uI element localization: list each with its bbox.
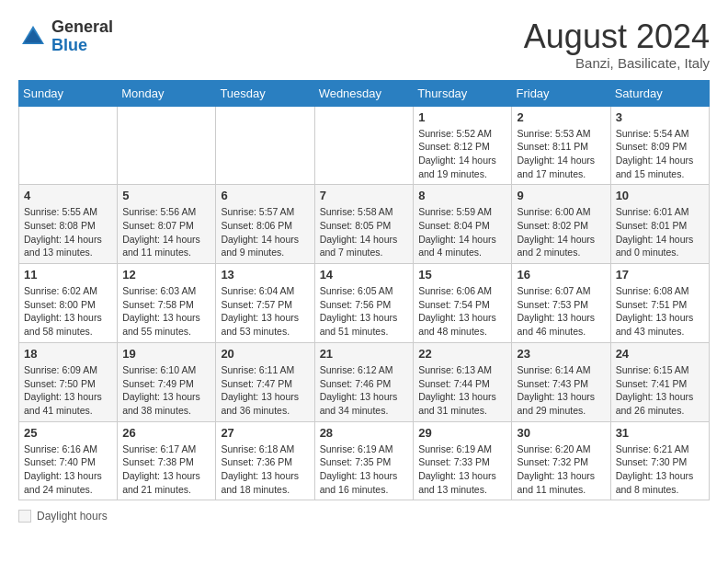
day-info: Sunrise: 6:02 AMSunset: 8:00 PMDaylight:…	[24, 284, 112, 339]
month-year: August 2024	[524, 18, 710, 55]
day-number: 2	[517, 110, 605, 124]
calendar-weekday-thursday: Thursday	[414, 80, 512, 106]
calendar-cell: 25Sunrise: 6:16 AMSunset: 7:40 PMDayligh…	[19, 421, 118, 500]
day-number: 11	[24, 268, 112, 282]
day-number: 30	[517, 426, 605, 440]
calendar-cell: 13Sunrise: 6:04 AMSunset: 7:57 PMDayligh…	[216, 264, 314, 343]
logo-blue: Blue	[51, 36, 87, 54]
calendar-cell: 26Sunrise: 6:17 AMSunset: 7:38 PMDayligh…	[118, 421, 216, 500]
calendar-weekday-sunday: Sunday	[19, 80, 118, 106]
day-info: Sunrise: 6:19 AMSunset: 7:35 PMDaylight:…	[320, 442, 409, 497]
day-number: 29	[418, 426, 506, 440]
day-info: Sunrise: 5:54 AMSunset: 8:09 PMDaylight:…	[616, 127, 704, 181]
calendar-weekday-friday: Friday	[512, 80, 610, 106]
day-info: Sunrise: 6:11 AMSunset: 7:47 PMDaylight:…	[221, 363, 309, 418]
day-number: 21	[320, 347, 409, 361]
calendar-cell: 10Sunrise: 6:01 AMSunset: 8:01 PMDayligh…	[610, 185, 709, 264]
day-info: Sunrise: 6:20 AMSunset: 7:32 PMDaylight:…	[517, 442, 605, 497]
calendar-cell: 5Sunrise: 5:56 AMSunset: 8:07 PMDaylight…	[118, 185, 216, 264]
day-number: 20	[221, 347, 309, 361]
calendar-cell: 24Sunrise: 6:15 AMSunset: 7:41 PMDayligh…	[610, 342, 709, 421]
day-info: Sunrise: 6:16 AMSunset: 7:40 PMDaylight:…	[24, 442, 112, 497]
day-number: 24	[616, 347, 704, 361]
day-number: 3	[616, 110, 704, 124]
day-number: 28	[320, 426, 409, 440]
calendar-cell	[314, 106, 414, 185]
calendar-cell: 18Sunrise: 6:09 AMSunset: 7:50 PMDayligh…	[19, 342, 118, 421]
day-info: Sunrise: 6:07 AMSunset: 7:53 PMDaylight:…	[517, 284, 605, 339]
day-info: Sunrise: 6:14 AMSunset: 7:43 PMDaylight:…	[517, 363, 605, 418]
day-number: 25	[24, 426, 112, 440]
day-number: 4	[24, 189, 112, 202]
location: Banzi, Basilicate, Italy	[524, 55, 710, 71]
day-info: Sunrise: 5:53 AMSunset: 8:11 PMDaylight:…	[517, 127, 605, 181]
day-info: Sunrise: 6:04 AMSunset: 7:57 PMDaylight:…	[221, 284, 309, 339]
calendar-weekday-wednesday: Wednesday	[314, 80, 414, 106]
calendar-cell: 3Sunrise: 5:54 AMSunset: 8:09 PMDaylight…	[610, 106, 709, 185]
calendar-cell: 30Sunrise: 6:20 AMSunset: 7:32 PMDayligh…	[512, 421, 610, 500]
day-number: 31	[616, 426, 704, 440]
day-number: 12	[122, 268, 210, 282]
day-number: 6	[221, 189, 309, 202]
calendar-week-row: 4Sunrise: 5:55 AMSunset: 8:08 PMDaylight…	[19, 185, 710, 264]
day-info: Sunrise: 5:56 AMSunset: 8:07 PMDaylight:…	[122, 205, 210, 259]
day-info: Sunrise: 6:17 AMSunset: 7:38 PMDaylight:…	[122, 442, 210, 497]
day-info: Sunrise: 5:57 AMSunset: 8:06 PMDaylight:…	[221, 205, 309, 259]
page-header: General Blue August 2024 Banzi, Basilica…	[18, 18, 710, 71]
calendar-table: SundayMondayTuesdayWednesdayThursdayFrid…	[18, 80, 710, 501]
logo-icon	[18, 22, 48, 52]
calendar-cell: 12Sunrise: 6:03 AMSunset: 7:58 PMDayligh…	[118, 264, 216, 343]
day-info: Sunrise: 6:08 AMSunset: 7:51 PMDaylight:…	[616, 284, 704, 339]
day-info: Sunrise: 6:03 AMSunset: 7:58 PMDaylight:…	[122, 284, 210, 339]
day-number: 5	[122, 189, 210, 202]
calendar-cell: 15Sunrise: 6:06 AMSunset: 7:54 PMDayligh…	[414, 264, 512, 343]
day-number: 22	[418, 347, 506, 361]
calendar-cell: 11Sunrise: 6:02 AMSunset: 8:00 PMDayligh…	[19, 264, 118, 343]
day-number: 26	[122, 426, 210, 440]
day-number: 17	[616, 268, 704, 282]
calendar-cell: 1Sunrise: 5:52 AMSunset: 8:12 PMDaylight…	[414, 106, 512, 185]
logo-text: General Blue	[51, 18, 113, 55]
day-number: 1	[418, 110, 506, 124]
day-info: Sunrise: 6:19 AMSunset: 7:33 PMDaylight:…	[418, 442, 506, 497]
calendar-cell: 29Sunrise: 6:19 AMSunset: 7:33 PMDayligh…	[414, 421, 512, 500]
calendar-cell: 14Sunrise: 6:05 AMSunset: 7:56 PMDayligh…	[314, 264, 414, 343]
calendar-cell: 22Sunrise: 6:13 AMSunset: 7:44 PMDayligh…	[414, 342, 512, 421]
day-info: Sunrise: 6:18 AMSunset: 7:36 PMDaylight:…	[221, 442, 309, 497]
calendar-week-row: 25Sunrise: 6:16 AMSunset: 7:40 PMDayligh…	[19, 421, 710, 500]
day-number: 23	[517, 347, 605, 361]
calendar-cell: 21Sunrise: 6:12 AMSunset: 7:46 PMDayligh…	[314, 342, 414, 421]
calendar-weekday-tuesday: Tuesday	[216, 80, 314, 106]
day-info: Sunrise: 6:06 AMSunset: 7:54 PMDaylight:…	[418, 284, 506, 339]
calendar-cell: 7Sunrise: 5:58 AMSunset: 8:05 PMDaylight…	[314, 185, 414, 264]
calendar-cell: 20Sunrise: 6:11 AMSunset: 7:47 PMDayligh…	[216, 342, 314, 421]
day-number: 19	[122, 347, 210, 361]
day-info: Sunrise: 6:09 AMSunset: 7:50 PMDaylight:…	[24, 363, 112, 418]
calendar-cell	[216, 106, 314, 185]
day-number: 16	[517, 268, 605, 282]
daylight-label: Daylight hours	[37, 510, 108, 523]
calendar-header-row: SundayMondayTuesdayWednesdayThursdayFrid…	[19, 80, 710, 106]
day-number: 13	[221, 268, 309, 282]
day-info: Sunrise: 6:13 AMSunset: 7:44 PMDaylight:…	[418, 363, 506, 418]
calendar-week-row: 1Sunrise: 5:52 AMSunset: 8:12 PMDaylight…	[19, 106, 710, 185]
calendar-cell: 2Sunrise: 5:53 AMSunset: 8:11 PMDaylight…	[512, 106, 610, 185]
calendar-cell: 19Sunrise: 6:10 AMSunset: 7:49 PMDayligh…	[118, 342, 216, 421]
day-info: Sunrise: 5:55 AMSunset: 8:08 PMDaylight:…	[24, 205, 112, 259]
day-number: 8	[418, 189, 506, 202]
day-number: 27	[221, 426, 309, 440]
calendar-cell: 9Sunrise: 6:00 AMSunset: 8:02 PMDaylight…	[512, 185, 610, 264]
calendar-cell: 16Sunrise: 6:07 AMSunset: 7:53 PMDayligh…	[512, 264, 610, 343]
daylight-box-icon	[18, 510, 31, 523]
calendar-weekday-monday: Monday	[118, 80, 216, 106]
day-info: Sunrise: 6:00 AMSunset: 8:02 PMDaylight:…	[517, 205, 605, 259]
day-number: 9	[517, 189, 605, 202]
calendar-cell: 31Sunrise: 6:21 AMSunset: 7:30 PMDayligh…	[610, 421, 709, 500]
day-info: Sunrise: 6:12 AMSunset: 7:46 PMDaylight:…	[320, 363, 409, 418]
day-number: 15	[418, 268, 506, 282]
calendar-week-row: 18Sunrise: 6:09 AMSunset: 7:50 PMDayligh…	[19, 342, 710, 421]
day-number: 10	[616, 189, 704, 202]
calendar-weekday-saturday: Saturday	[610, 80, 709, 106]
calendar-cell: 8Sunrise: 5:59 AMSunset: 8:04 PMDaylight…	[414, 185, 512, 264]
calendar-cell: 17Sunrise: 6:08 AMSunset: 7:51 PMDayligh…	[610, 264, 709, 343]
